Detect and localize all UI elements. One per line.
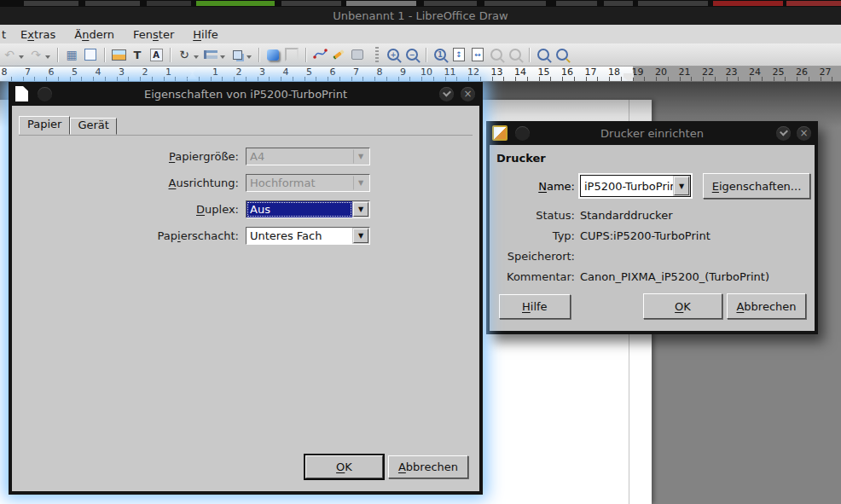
grid-icon[interactable]: ▦: [62, 45, 81, 64]
help-button[interactable]: Hilfe: [499, 294, 571, 319]
ruler-number: 1: [212, 67, 218, 78]
ruler-number: 27: [820, 67, 832, 78]
dropdown-arrow-icon[interactable]: ▼: [353, 229, 368, 243]
fontwork-icon[interactable]: A: [147, 45, 165, 64]
undo-icon-dropdown[interactable]: [19, 55, 24, 61]
duplex-combobox[interactable]: Aus ▼: [246, 200, 370, 218]
rotate-icon[interactable]: ↻: [175, 45, 194, 64]
ok-button[interactable]: OK: [305, 455, 383, 478]
shade-button[interactable]: [776, 126, 791, 141]
dropdown-arrow-icon[interactable]: ▼: [353, 202, 368, 217]
zoom-prev-icon[interactable]: [487, 45, 506, 64]
taskbar-segment: [713, 1, 783, 6]
tab-strip: PapierGerät: [19, 116, 473, 136]
ruler-number: 25: [773, 67, 785, 78]
align-icon-dropdown[interactable]: [220, 55, 225, 61]
redo-icon-dropdown[interactable]: [45, 55, 50, 61]
snap-frame-icon[interactable]: [81, 45, 100, 64]
printer-properties-titlebar[interactable]: Eigenschaften von iP5200-TurboPrint ×: [9, 82, 483, 106]
edit-points-icon[interactable]: [310, 45, 329, 64]
shadow-icon[interactable]: [264, 45, 282, 64]
ruler-number: 1: [165, 67, 171, 78]
properties-button[interactable]: Eigenschaften...: [703, 173, 810, 199]
dropdown-arrow-icon: ▼: [353, 149, 368, 164]
arrange-icon-dropdown[interactable]: [246, 55, 252, 61]
tab-papier[interactable]: Papier: [19, 116, 70, 135]
insert-textbox-icon[interactable]: T: [128, 45, 147, 64]
printer-info-value: Standarddrucker: [580, 209, 673, 222]
zoom-width-icon[interactable]: ↔: [468, 45, 487, 64]
arrange-icon[interactable]: [228, 45, 246, 64]
cancel-button[interactable]: Abbrechen: [727, 293, 806, 319]
pan-icon[interactable]: [553, 45, 571, 64]
taskbar-segment: [638, 1, 708, 6]
menu-item-extras[interactable]: Extras: [11, 26, 65, 43]
gluepoints-icon[interactable]: [329, 45, 348, 64]
zoom-next-icon[interactable]: [506, 45, 525, 64]
toolbar-separator: [170, 48, 171, 62]
ruler-number: 17: [585, 67, 597, 78]
zoom-100-icon[interactable]: 1: [431, 45, 450, 64]
ok-button-label: OK: [336, 461, 352, 473]
taskbar-segment: [786, 1, 841, 6]
ok-button-label: OK: [675, 300, 691, 313]
printer-setup-titlebar[interactable]: Drucker einrichten ×: [486, 121, 818, 145]
close-button[interactable]: ×: [797, 126, 811, 141]
extrusion-icon[interactable]: [348, 45, 367, 64]
align-icon[interactable]: [201, 45, 220, 64]
undo-icon[interactable]: ↶: [0, 45, 19, 64]
ok-button[interactable]: OK: [643, 293, 722, 319]
zoom-in-icon[interactable]: +: [384, 45, 403, 64]
menu-item-fenster[interactable]: Fenster: [124, 26, 183, 43]
dropdown-arrow-icon[interactable]: ▼: [674, 177, 689, 195]
crop-icon[interactable]: [282, 45, 301, 64]
paper-tray-combobox[interactable]: Unteres Fach ▼: [246, 227, 370, 245]
ruler-number: 21: [679, 67, 691, 78]
ruler-number: 7: [25, 67, 31, 78]
zoom-object-icon[interactable]: [534, 45, 553, 64]
zoom-out-icon[interactable]: −: [403, 45, 421, 64]
zoom-page-icon[interactable]: ↕: [450, 45, 468, 64]
menu-item-t[interactable]: t: [0, 26, 11, 43]
insert-image-icon[interactable]: [109, 45, 128, 64]
ruler-number: 20: [655, 67, 667, 78]
printer-info-label: Kommentar:: [490, 270, 575, 283]
ruler-number: 7: [353, 67, 359, 78]
toolbar-separator: [57, 48, 58, 62]
rotate-icon-dropdown[interactable]: [194, 55, 199, 61]
toolbar-grip[interactable]: [375, 47, 379, 62]
toolbar-zoom-group: +−1↕↔: [384, 45, 571, 64]
tab-papier-label: Papier: [27, 118, 61, 130]
taskbar-segment: [147, 1, 191, 6]
ruler-number: 3: [259, 67, 265, 78]
taskbar-segment: [346, 1, 416, 6]
redo-icon[interactable]: ↷: [26, 45, 45, 64]
paper-size-combobox: A4 ▼: [246, 148, 370, 165]
ruler-number: 16: [561, 67, 573, 78]
ruler-number: 14: [514, 67, 526, 78]
close-button[interactable]: ×: [461, 87, 475, 101]
printer-info-row: Typ:CUPS:iP5200-TurboPrint: [490, 229, 815, 242]
taskbar-segment: [85, 1, 140, 6]
paper-tray-label: Papierschacht:: [12, 229, 239, 242]
toolbar: ↶↷▦TA↻ +−1↕↔: [0, 43, 841, 67]
duplex-value: Aus: [246, 201, 352, 217]
menu-item-hilfe[interactable]: Hilfe: [183, 26, 228, 43]
cancel-button[interactable]: Abbrechen: [388, 455, 468, 478]
app-icon: [492, 125, 508, 141]
tab-geraet[interactable]: Gerät: [70, 118, 116, 135]
ruler-number: 18: [608, 67, 620, 78]
window-menu-button[interactable]: [515, 126, 530, 141]
window-menu-button[interactable]: [38, 87, 52, 101]
ruler-number: 5: [72, 67, 78, 78]
menu-item-ndern[interactable]: Ändern: [65, 26, 124, 43]
printer-setup-body: Drucker Name: iP5200-TurboPrint ▼ Eigens…: [490, 145, 815, 331]
dropdown-arrow-icon: ▼: [353, 176, 368, 190]
taskbar-segment: [196, 1, 275, 6]
horizontal-ruler: 8765432112345678910111213141516171819202…: [0, 66, 841, 82]
shade-button[interactable]: [439, 87, 454, 101]
toolbar-separator: [258, 48, 259, 62]
toolbar-separator: [305, 48, 306, 62]
ruler-number: 4: [283, 67, 289, 78]
printer-name-combobox[interactable]: iP5200-TurboPrint ▼: [580, 175, 691, 197]
